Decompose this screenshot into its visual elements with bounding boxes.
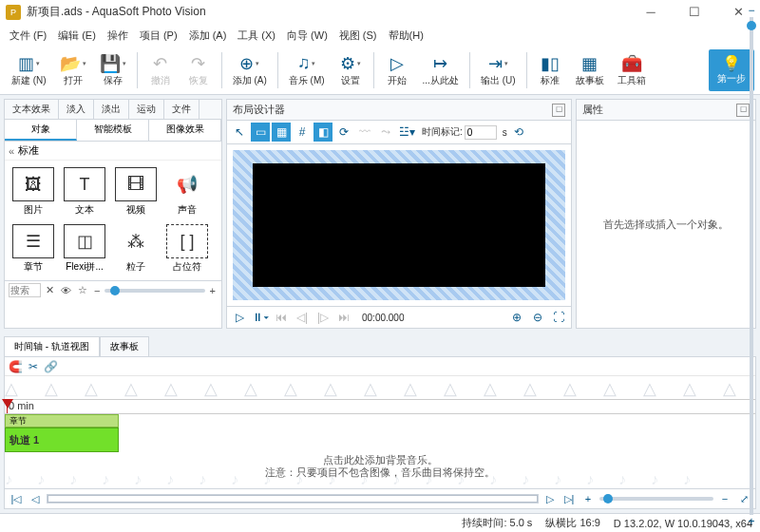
timeline-panel: 🧲 ✂ 🔗 △△△△△△△△△△△△△△△△△△△△ 0 min 章节 轨道 1… — [4, 356, 756, 509]
zoom-out-canvas[interactable]: ⊖ — [529, 309, 546, 326]
curve-tool[interactable]: ⤳ — [376, 123, 395, 142]
timemark-input[interactable] — [465, 125, 497, 140]
grid-tool[interactable]: # — [293, 123, 312, 142]
time-ruler[interactable]: 0 min — [5, 399, 755, 414]
tab-motion[interactable]: 运动 — [129, 100, 164, 119]
link-icon[interactable]: 🔗 — [44, 360, 58, 373]
menu-view[interactable]: 视图 (S) — [333, 27, 383, 45]
menu-operate[interactable]: 操作 — [102, 27, 134, 45]
cut-icon[interactable]: ✂ — [28, 360, 38, 373]
menu-add[interactable]: 添加 (A) — [183, 27, 233, 45]
hscrollbar[interactable] — [47, 494, 539, 504]
design-canvas[interactable] — [233, 150, 565, 300]
vzoom-slider[interactable] — [747, 21, 756, 30]
settings-button[interactable]: ⚙▾设置 — [332, 48, 369, 92]
object-sound[interactable]: 📢声音 — [162, 164, 212, 219]
track-1[interactable]: 轨道 1 — [5, 428, 119, 452]
panel-box-icon[interactable]: ☐ — [552, 104, 565, 117]
fromhere-button[interactable]: ↦...从此处 — [417, 48, 465, 92]
move-tool[interactable]: ▦ — [272, 123, 291, 142]
object-particle[interactable]: ⁂粒子 — [111, 221, 161, 276]
object-image[interactable]: 🖼图片 — [9, 164, 58, 219]
start-button[interactable]: ▷开始 — [379, 48, 415, 92]
chapter-clip[interactable]: 章节 — [5, 414, 119, 428]
scroll-left[interactable]: ◁ — [28, 491, 43, 506]
object-video[interactable]: 🎞视频 — [111, 164, 161, 219]
timecode: 00:00.000 — [356, 313, 410, 323]
minimize-button[interactable]: ─ — [629, 0, 673, 25]
tab-file[interactable]: 文件 — [164, 100, 200, 119]
subtab-objects[interactable]: 对象 — [5, 120, 77, 141]
timeline-tab-tracks[interactable]: 时间轴 - 轨道视图 — [4, 336, 100, 356]
marker-button[interactable]: ▮▯标准 — [532, 48, 568, 92]
maximize-button[interactable]: ☐ — [673, 0, 716, 25]
tab-texteffect[interactable]: 文本效果 — [5, 100, 59, 119]
step-fwd-button[interactable]: |▷ — [314, 309, 332, 326]
new-button[interactable]: ▥▾新建 (N) — [6, 48, 52, 92]
menu-project[interactable]: 项目 (P) — [134, 27, 183, 45]
object-flexi[interactable]: ◫Flexi拼... — [60, 221, 109, 276]
status-duration: 持续时间: 5.0 s — [462, 516, 532, 530]
vzoom-plus[interactable]: + — [748, 515, 754, 528]
menu-help[interactable]: 帮助(H) — [383, 27, 429, 45]
zoom-out-icon[interactable]: − — [92, 285, 102, 296]
add-button[interactable]: ⊕▾添加 (A) — [227, 48, 273, 92]
star-icon[interactable]: ☆ — [76, 284, 89, 296]
search-input[interactable] — [9, 283, 41, 297]
object-text[interactable]: T文本 — [60, 164, 109, 219]
menu-nav[interactable]: 向导 (W) — [281, 27, 333, 45]
hzoom-slider[interactable] — [599, 497, 713, 501]
magnet-icon[interactable]: 🧲 — [9, 360, 23, 373]
menu-tools[interactable]: 工具 (X) — [232, 27, 281, 45]
tab-fadein[interactable]: 淡入 — [59, 100, 94, 119]
path-tool[interactable]: 〰 — [355, 123, 374, 142]
hzoom-minus[interactable]: − — [717, 491, 732, 506]
storyboard-button[interactable]: ▦故事板 — [570, 48, 610, 92]
save-button[interactable]: 💾▾保存 — [94, 48, 132, 92]
subtab-imageeffects[interactable]: 图像效果 — [149, 120, 221, 141]
hzoom-plus[interactable]: + — [580, 491, 596, 506]
sound-button[interactable]: ♫▾音乐 (M) — [283, 48, 331, 92]
clear-search-icon[interactable]: ✕ — [44, 284, 56, 296]
prev-key-button[interactable]: ⏮ — [273, 309, 290, 326]
timeline-tab-storyboard[interactable]: 故事板 — [100, 336, 149, 356]
fit-canvas[interactable]: ⛶ — [550, 309, 567, 326]
zoom-in-icon[interactable]: + — [208, 285, 218, 296]
object-placeholder[interactable]: [ ]占位符 — [162, 221, 212, 276]
export-button[interactable]: ⇥▾输出 (U) — [475, 48, 522, 92]
standard-label: 标准 — [18, 143, 39, 158]
eye-icon[interactable]: 👁 — [59, 285, 73, 296]
menu-bar: 文件 (F) 编辑 (E) 操作 项目 (P) 添加 (A) 工具 (X) 向导… — [0, 25, 760, 46]
collapse-icon[interactable]: « — [9, 145, 14, 157]
zoom-in-canvas[interactable]: ⊕ — [508, 309, 525, 326]
playhead[interactable] — [7, 400, 8, 413]
vzoom-minus[interactable]: − — [748, 4, 754, 17]
props-empty-text: 首先选择或插入一个对象。 — [577, 121, 755, 328]
layer-tool[interactable]: ☳▾ — [397, 123, 416, 142]
select-tool[interactable]: ▭ — [251, 123, 270, 142]
open-button[interactable]: 📂▾打开 — [54, 48, 92, 92]
scroll-end[interactable]: ▷| — [561, 491, 577, 506]
pointer-tool[interactable]: ↖ — [230, 123, 249, 142]
rotate-tool[interactable]: ⟳ — [334, 123, 353, 142]
app-icon: P — [6, 5, 21, 20]
play-button[interactable]: ▷ — [231, 309, 248, 326]
music-track[interactable]: ♪♪♪♪♪♪♪♪♪♪♪♪♪♪♪♪♪♪♪♪♪♪ 点击此处添加背景音乐。注意：只要项… — [5, 452, 755, 488]
thumb-size-slider[interactable] — [104, 289, 204, 293]
main-toolbar: ▥▾新建 (N) 📂▾打开 💾▾保存 ↶撤消 ↷恢复 ⊕▾添加 (A) ♫▾音乐… — [0, 46, 760, 95]
menu-file[interactable]: 文件 (F) — [4, 27, 52, 45]
timemark-reset[interactable]: ⟲ — [509, 123, 528, 142]
subtab-templates[interactable]: 智能模板 — [77, 120, 149, 141]
snap-tool[interactable]: ◧ — [314, 123, 332, 142]
scroll-start[interactable]: |◁ — [9, 491, 24, 506]
next-key-button[interactable]: ⏭ — [335, 309, 352, 326]
object-chapter[interactable]: ☰章节 — [9, 221, 58, 276]
redo-button[interactable]: ↷恢复 — [180, 48, 217, 92]
menu-edit[interactable]: 编辑 (E) — [52, 27, 102, 45]
tab-fadeout[interactable]: 淡出 — [94, 100, 129, 119]
step-back-button[interactable]: ◁| — [294, 309, 311, 326]
undo-button[interactable]: ↶撤消 — [142, 48, 179, 92]
pause-button[interactable]: ⏸▾ — [252, 309, 269, 326]
scroll-right[interactable]: ▷ — [542, 491, 558, 506]
toolbox-button[interactable]: 🧰工具箱 — [612, 48, 652, 92]
